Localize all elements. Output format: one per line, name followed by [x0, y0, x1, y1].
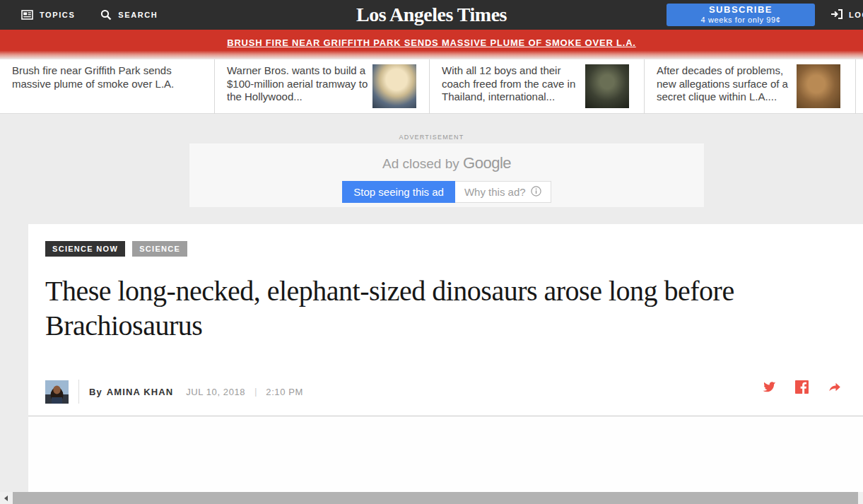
- ad-closed-message: Ad closed by Google: [189, 154, 704, 172]
- author-avatar[interactable]: [45, 380, 69, 404]
- byline-divider: [78, 380, 79, 404]
- advertisement-label: ADVERTISEMENT: [0, 134, 863, 141]
- left-arrow-icon: [4, 496, 8, 501]
- search-label: SEARCH: [118, 11, 158, 19]
- ad-feedback-buttons: Stop seeing this ad Why this ad?: [189, 181, 704, 203]
- login-label: LOG IN: [849, 11, 863, 19]
- subscribe-label: SUBSCRIBE: [709, 5, 773, 16]
- horizontal-scrollbar[interactable]: [0, 492, 863, 504]
- twitter-icon[interactable]: [763, 380, 776, 394]
- topics-menu-button[interactable]: TOPICS: [21, 10, 75, 20]
- ticker-item[interactable]: Warner Bros. wants to build a $100-milli…: [215, 59, 430, 114]
- ticker-item[interactable]: With all 12 boys and their coach freed f…: [430, 59, 645, 114]
- thailand-cave-thumbnail: [585, 64, 629, 108]
- publish-date: JUL 10, 2018: [186, 387, 245, 397]
- date-time-separator: |: [254, 387, 257, 397]
- subscribe-button[interactable]: SUBSCRIBE 4 weeks for only 99¢: [667, 4, 815, 26]
- ticker-item[interactable]: After decades of problems, new allegatio…: [645, 59, 856, 114]
- tag-science-now[interactable]: SCIENCE NOW: [45, 241, 125, 257]
- info-circle-icon: [531, 186, 541, 199]
- ticker-item-text: With all 12 boys and their coach freed f…: [442, 64, 587, 104]
- publish-time: 2:10 PM: [266, 387, 303, 397]
- facebook-icon[interactable]: [795, 380, 809, 394]
- login-icon: [830, 8, 843, 21]
- tag-science[interactable]: SCIENCE: [132, 241, 187, 257]
- ticker-item-text: After decades of problems, new allegatio…: [657, 64, 802, 104]
- breaking-news-banner: BRUSH FIRE NEAR GRIFFITH PARK SENDS MASS…: [0, 30, 863, 59]
- byline-row: By AMINA KHAN JUL 10, 2018 | 2:10 PM: [45, 374, 303, 409]
- social-share-bar: [763, 380, 841, 394]
- hollywood-tramway-thumbnail: [372, 64, 416, 108]
- login-button[interactable]: LOG IN: [830, 8, 863, 21]
- topics-label: TOPICS: [40, 11, 75, 19]
- nav-right-group: SUBSCRIBE 4 weeks for only 99¢ LOG IN: [667, 0, 863, 30]
- article-headline: These long-necked, elephant-sized dinosa…: [45, 274, 759, 343]
- author-name-link[interactable]: AMINA KHAN: [107, 387, 173, 397]
- headline-ticker: Brush fire near Griffith Park sends mass…: [0, 59, 863, 114]
- top-nav-bar: TOPICS SEARCH Los Angeles Times SUBSCRIB…: [0, 0, 863, 30]
- why-this-ad-label: Why this ad?: [464, 186, 526, 198]
- search-icon: [100, 9, 112, 20]
- nav-left-group: TOPICS SEARCH: [21, 0, 158, 30]
- ticker-item-text: Brush fire near Griffith Park sends mass…: [12, 64, 189, 90]
- tattoo-arm-thumbnail: [797, 64, 840, 108]
- google-logo: Google: [463, 154, 511, 172]
- la-times-logo[interactable]: Los Angeles Times: [356, 0, 507, 30]
- newspaper-icon: [21, 10, 33, 20]
- subscribe-offer: 4 weeks for only 99¢: [701, 16, 781, 25]
- why-this-ad-button[interactable]: Why this ad?: [455, 181, 551, 203]
- breaking-news-link[interactable]: BRUSH FIRE NEAR GRIFFITH PARK SENDS MASS…: [227, 37, 636, 48]
- share-icon[interactable]: [828, 380, 841, 394]
- search-button[interactable]: SEARCH: [100, 9, 158, 20]
- stop-seeing-ad-button[interactable]: Stop seeing this ad: [342, 181, 455, 203]
- ad-closed-text: Ad closed by: [382, 156, 463, 171]
- article-card: SCIENCE NOW SCIENCE These long-necked, e…: [28, 224, 863, 504]
- ticker-item[interactable]: Brush fire near Griffith Park sends mass…: [0, 59, 215, 114]
- la-times-article-page: TOPICS SEARCH Los Angeles Times SUBSCRIB…: [0, 0, 863, 504]
- article-figure-placeholder: [28, 416, 863, 504]
- byline-prefix: By: [89, 387, 102, 397]
- scrollbar-thumb[interactable]: [13, 492, 858, 504]
- scrollbar-left-arrow[interactable]: [0, 492, 12, 504]
- article-tags: SCIENCE NOW SCIENCE: [45, 241, 187, 257]
- ticker-item-text: Warner Bros. wants to build a $100-milli…: [227, 64, 372, 104]
- ad-container: Ad closed by Google Stop seeing this ad …: [189, 143, 704, 207]
